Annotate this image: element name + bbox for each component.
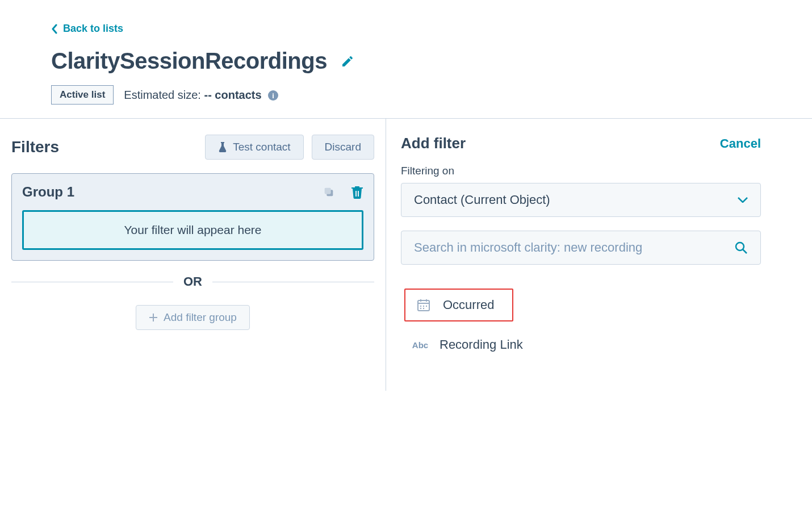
add-filter-group-button[interactable]: Add filter group xyxy=(136,305,250,330)
test-contact-label: Test contact xyxy=(233,141,290,153)
text-type-icon: Abc xyxy=(412,340,428,350)
svg-point-9 xyxy=(423,306,424,307)
group-header: Group 1 xyxy=(22,184,363,200)
filter-group-1: Group 1 Your filter will appear here xyxy=(11,173,374,261)
estimated-prefix: Estimated size: xyxy=(124,89,204,101)
main: Filters Test contact Discard Group 1 xyxy=(0,118,812,391)
add-filter-header: Add filter Cancel xyxy=(401,135,761,152)
filters-header: Filters Test contact Discard xyxy=(11,135,374,160)
calendar-icon xyxy=(416,298,432,312)
filters-panel: Filters Test contact Discard Group 1 xyxy=(0,119,386,391)
chevron-left-icon xyxy=(51,24,57,34)
add-group-wrap: Add filter group xyxy=(11,305,374,330)
or-divider: OR xyxy=(11,274,374,289)
svg-point-12 xyxy=(423,308,424,309)
add-filter-group-label: Add filter group xyxy=(164,311,237,324)
discard-label: Discard xyxy=(325,141,361,153)
svg-point-8 xyxy=(420,306,421,307)
title-row: ClaritySessionRecordings xyxy=(51,48,761,74)
divider-line xyxy=(11,282,173,282)
pencil-icon[interactable] xyxy=(341,55,354,68)
filter-placeholder: Your filter will appear here xyxy=(22,210,363,250)
cancel-link[interactable]: Cancel xyxy=(720,136,761,151)
object-select[interactable]: Contact (Current Object) xyxy=(401,183,761,217)
filters-actions: Test contact Discard xyxy=(205,135,374,160)
svg-point-11 xyxy=(420,308,421,309)
or-label: OR xyxy=(183,274,202,289)
filter-options-list: Occurred Abc Recording Link xyxy=(401,289,761,368)
svg-rect-1 xyxy=(325,188,331,194)
search-placeholder: Search in microsoft clarity: new recordi… xyxy=(414,240,642,255)
page-title: ClaritySessionRecordings xyxy=(51,48,327,74)
flask-icon xyxy=(218,141,227,153)
search-input[interactable]: Search in microsoft clarity: new recordi… xyxy=(401,231,761,265)
filter-option-occurred[interactable]: Occurred xyxy=(404,289,513,321)
filter-option-recording-link[interactable]: Abc Recording Link xyxy=(401,328,534,361)
discard-button[interactable]: Discard xyxy=(312,135,374,160)
svg-line-5 xyxy=(743,249,747,253)
page-header: Back to lists ClaritySessionRecordings A… xyxy=(0,0,812,118)
filtering-on-label: Filtering on xyxy=(401,165,761,177)
copy-icon[interactable] xyxy=(323,186,335,198)
divider-line xyxy=(212,282,374,282)
svg-point-4 xyxy=(736,243,744,250)
svg-rect-2 xyxy=(355,191,357,197)
list-type-badge: Active list xyxy=(51,85,114,105)
estimated-value: -- contacts xyxy=(204,89,261,101)
filters-title: Filters xyxy=(11,138,59,156)
plus-icon xyxy=(149,313,158,322)
add-filter-title: Add filter xyxy=(401,135,466,152)
search-icon xyxy=(734,241,748,254)
trash-icon[interactable] xyxy=(351,185,363,199)
group-actions xyxy=(323,185,363,199)
meta-row: Active list Estimated size: -- contacts … xyxy=(51,85,761,105)
group-title: Group 1 xyxy=(22,184,74,200)
info-icon[interactable]: i xyxy=(268,90,278,101)
object-select-value: Contact (Current Object) xyxy=(414,193,550,207)
add-filter-panel: Add filter Cancel Filtering on Contact (… xyxy=(386,119,812,391)
back-to-lists-link[interactable]: Back to lists xyxy=(51,23,123,35)
caret-down-icon xyxy=(738,197,748,203)
filter-option-label: Occurred xyxy=(443,298,494,312)
test-contact-button[interactable]: Test contact xyxy=(205,135,303,160)
estimated-size: Estimated size: -- contacts i xyxy=(124,89,278,102)
filter-option-label: Recording Link xyxy=(440,337,523,352)
svg-point-10 xyxy=(426,306,427,307)
back-to-lists-label: Back to lists xyxy=(63,23,123,35)
svg-rect-3 xyxy=(358,191,359,197)
